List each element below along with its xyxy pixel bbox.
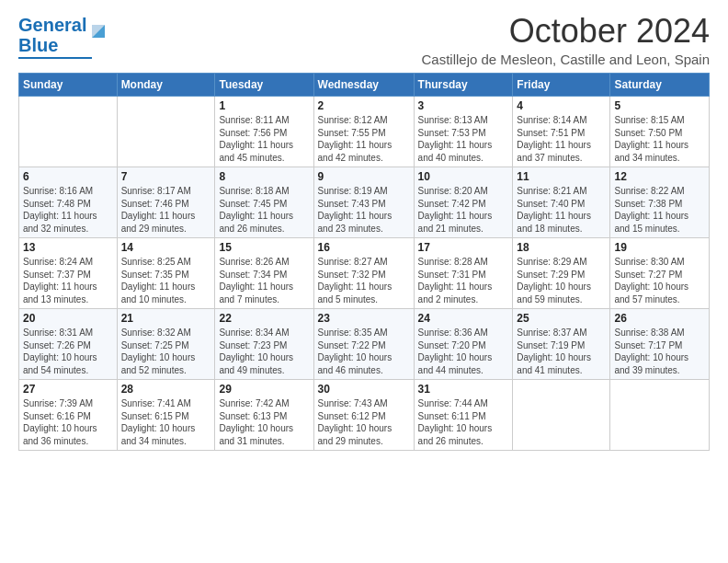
calendar-cell: 22Sunrise: 8:34 AM Sunset: 7:23 PM Dayli…	[215, 309, 313, 380]
calendar-cell: 2Sunrise: 8:12 AM Sunset: 7:55 PM Daylig…	[313, 97, 414, 167]
location-title: Castillejo de Mesleon, Castille and Leon…	[421, 52, 710, 67]
calendar-cell: 25Sunrise: 8:37 AM Sunset: 7:19 PM Dayli…	[513, 309, 610, 380]
calendar-week-row: 1Sunrise: 8:11 AM Sunset: 7:56 PM Daylig…	[19, 97, 710, 167]
day-number: 4	[517, 99, 606, 112]
day-number: 27	[23, 383, 113, 396]
weekday-header-wednesday: Wednesday	[313, 74, 414, 97]
calendar-cell: 31Sunrise: 7:44 AM Sunset: 6:11 PM Dayli…	[414, 380, 513, 451]
day-number: 28	[121, 383, 211, 396]
day-info: Sunrise: 8:38 AM Sunset: 7:17 PM Dayligh…	[614, 327, 705, 376]
day-info: Sunrise: 7:43 AM Sunset: 6:12 PM Dayligh…	[318, 397, 410, 447]
day-info: Sunrise: 8:30 AM Sunset: 7:27 PM Dayligh…	[614, 256, 705, 305]
calendar-cell	[19, 97, 118, 167]
calendar-cell	[610, 380, 710, 451]
day-number: 17	[418, 241, 509, 254]
day-info: Sunrise: 8:27 AM Sunset: 7:32 PM Dayligh…	[318, 256, 410, 305]
calendar-cell: 6Sunrise: 8:16 AM Sunset: 7:48 PM Daylig…	[19, 167, 118, 238]
day-info: Sunrise: 8:20 AM Sunset: 7:42 PM Dayligh…	[418, 185, 509, 235]
day-number: 24	[418, 312, 509, 325]
calendar-cell: 17Sunrise: 8:28 AM Sunset: 7:31 PM Dayli…	[414, 238, 513, 309]
calendar-cell	[513, 380, 610, 451]
day-number: 23	[318, 312, 410, 325]
weekday-header-friday: Friday	[513, 74, 610, 97]
day-number: 3	[418, 99, 509, 112]
calendar-cell: 14Sunrise: 8:25 AM Sunset: 7:35 PM Dayli…	[117, 238, 215, 309]
day-number: 1	[219, 99, 309, 112]
day-number: 7	[121, 170, 211, 183]
day-info: Sunrise: 8:37 AM Sunset: 7:19 PM Dayligh…	[517, 327, 606, 376]
title-block: October 2024 Castillejo de Mesleon, Cast…	[421, 15, 710, 67]
day-number: 2	[318, 99, 410, 112]
calendar-cell: 3Sunrise: 8:13 AM Sunset: 7:53 PM Daylig…	[414, 97, 513, 167]
calendar-cell: 21Sunrise: 8:32 AM Sunset: 7:25 PM Dayli…	[117, 309, 215, 380]
calendar-cell: 5Sunrise: 8:15 AM Sunset: 7:50 PM Daylig…	[610, 97, 710, 167]
day-info: Sunrise: 8:11 AM Sunset: 7:56 PM Dayligh…	[219, 114, 309, 164]
weekday-header-sunday: Sunday	[19, 74, 118, 97]
calendar-cell: 29Sunrise: 7:42 AM Sunset: 6:13 PM Dayli…	[215, 380, 313, 451]
day-info: Sunrise: 8:22 AM Sunset: 7:38 PM Dayligh…	[614, 185, 705, 235]
day-number: 18	[517, 241, 606, 254]
day-info: Sunrise: 8:32 AM Sunset: 7:25 PM Dayligh…	[121, 327, 211, 376]
calendar-cell: 18Sunrise: 8:29 AM Sunset: 7:29 PM Dayli…	[513, 238, 610, 309]
day-info: Sunrise: 8:18 AM Sunset: 7:45 PM Dayligh…	[219, 185, 309, 235]
day-info: Sunrise: 8:21 AM Sunset: 7:40 PM Dayligh…	[517, 185, 606, 235]
weekday-header-saturday: Saturday	[610, 74, 710, 97]
calendar-cell: 15Sunrise: 8:26 AM Sunset: 7:34 PM Dayli…	[215, 238, 313, 309]
day-info: Sunrise: 7:42 AM Sunset: 6:13 PM Dayligh…	[219, 397, 309, 447]
day-number: 12	[614, 170, 705, 183]
calendar-cell: 7Sunrise: 8:17 AM Sunset: 7:46 PM Daylig…	[117, 167, 215, 238]
day-info: Sunrise: 8:34 AM Sunset: 7:23 PM Dayligh…	[219, 327, 309, 376]
logo: General Blue	[18, 15, 108, 59]
day-number: 30	[318, 383, 410, 396]
day-number: 21	[121, 312, 211, 325]
day-info: Sunrise: 8:25 AM Sunset: 7:35 PM Dayligh…	[121, 256, 211, 305]
weekday-header-monday: Monday	[117, 74, 215, 97]
day-number: 20	[23, 312, 113, 325]
calendar-cell: 20Sunrise: 8:31 AM Sunset: 7:26 PM Dayli…	[19, 309, 118, 380]
day-info: Sunrise: 8:31 AM Sunset: 7:26 PM Dayligh…	[23, 327, 113, 376]
calendar-cell: 27Sunrise: 7:39 AM Sunset: 6:16 PM Dayli…	[19, 380, 118, 451]
calendar-cell: 26Sunrise: 8:38 AM Sunset: 7:17 PM Dayli…	[610, 309, 710, 380]
day-number: 31	[418, 383, 509, 396]
day-number: 9	[318, 170, 410, 183]
calendar-cell: 10Sunrise: 8:20 AM Sunset: 7:42 PM Dayli…	[414, 167, 513, 238]
day-number: 5	[614, 99, 705, 112]
day-info: Sunrise: 7:41 AM Sunset: 6:15 PM Dayligh…	[121, 397, 211, 447]
calendar-header-row: SundayMondayTuesdayWednesdayThursdayFrid…	[19, 74, 710, 97]
day-info: Sunrise: 8:15 AM Sunset: 7:50 PM Dayligh…	[614, 114, 705, 164]
day-number: 6	[23, 170, 113, 183]
calendar-cell: 16Sunrise: 8:27 AM Sunset: 7:32 PM Dayli…	[313, 238, 414, 309]
day-number: 26	[614, 312, 705, 325]
calendar-cell: 28Sunrise: 7:41 AM Sunset: 6:15 PM Dayli…	[117, 380, 215, 451]
logo-text: General Blue	[18, 15, 86, 55]
calendar-cell: 1Sunrise: 8:11 AM Sunset: 7:56 PM Daylig…	[215, 97, 313, 167]
calendar-week-row: 20Sunrise: 8:31 AM Sunset: 7:26 PM Dayli…	[19, 309, 710, 380]
weekday-header-thursday: Thursday	[414, 74, 513, 97]
day-info: Sunrise: 8:36 AM Sunset: 7:20 PM Dayligh…	[418, 327, 509, 376]
day-number: 16	[318, 241, 410, 254]
calendar-cell: 30Sunrise: 7:43 AM Sunset: 6:12 PM Dayli…	[313, 380, 414, 451]
logo-general: General	[18, 15, 86, 35]
calendar-cell	[117, 97, 215, 167]
day-number: 29	[219, 383, 309, 396]
page: General Blue October 2024 Castillejo de …	[0, 0, 728, 460]
calendar-cell: 4Sunrise: 8:14 AM Sunset: 7:51 PM Daylig…	[513, 97, 610, 167]
day-info: Sunrise: 8:29 AM Sunset: 7:29 PM Dayligh…	[517, 256, 606, 305]
day-info: Sunrise: 8:19 AM Sunset: 7:43 PM Dayligh…	[318, 185, 410, 235]
calendar-table: SundayMondayTuesdayWednesdayThursdayFrid…	[18, 73, 710, 451]
calendar-cell: 9Sunrise: 8:19 AM Sunset: 7:43 PM Daylig…	[313, 167, 414, 238]
calendar-cell: 11Sunrise: 8:21 AM Sunset: 7:40 PM Dayli…	[513, 167, 610, 238]
logo-bar	[18, 57, 92, 59]
day-info: Sunrise: 8:24 AM Sunset: 7:37 PM Dayligh…	[23, 256, 113, 305]
day-number: 10	[418, 170, 509, 183]
day-number: 19	[614, 241, 705, 254]
day-number: 13	[23, 241, 113, 254]
logo-icon	[88, 21, 108, 41]
day-info: Sunrise: 8:28 AM Sunset: 7:31 PM Dayligh…	[418, 256, 509, 305]
day-number: 15	[219, 241, 309, 254]
day-number: 25	[517, 312, 606, 325]
calendar-cell: 23Sunrise: 8:35 AM Sunset: 7:22 PM Dayli…	[313, 309, 414, 380]
day-info: Sunrise: 8:17 AM Sunset: 7:46 PM Dayligh…	[121, 185, 211, 235]
header: General Blue October 2024 Castillejo de …	[18, 15, 710, 67]
day-number: 14	[121, 241, 211, 254]
